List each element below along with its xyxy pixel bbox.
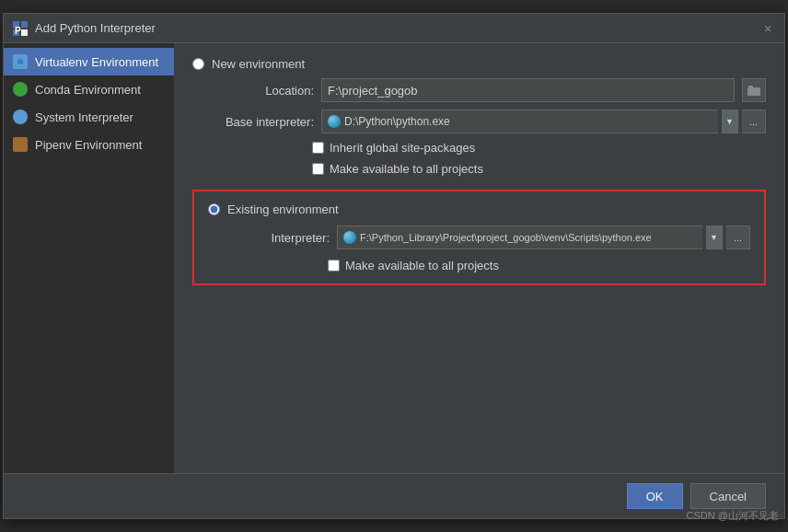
cancel-button[interactable]: Cancel [690, 483, 766, 509]
close-button[interactable]: × [760, 21, 775, 36]
interpreter-dropdown-arrow[interactable]: ▼ [706, 226, 723, 249]
title-bar: P Add Python Interpreter × [4, 14, 784, 43]
sidebar: Virtualenv Environment Conda Environment… [4, 43, 174, 473]
inherit-label: Inherit global site-packages [330, 141, 475, 155]
inherit-checkbox-row: Inherit global site-packages [312, 141, 766, 155]
dialog-title: Add Python Interpreter [35, 21, 760, 35]
existing-env-make-available-label: Make available to all projects [345, 259, 499, 272]
existing-env-make-available-row: Make available to all projects [328, 259, 750, 272]
interpreter-dropdown-row: F:\Python_Library\Project\project_gogob\… [337, 226, 750, 249]
existing-env-label: Existing environment [227, 202, 339, 216]
dialog-footer: OK Cancel [4, 473, 784, 518]
svg-rect-7 [747, 87, 760, 96]
new-env-make-available-label: Make available to all projects [330, 162, 483, 176]
interpreter-browse-button[interactable]: ... [726, 226, 750, 249]
base-interpreter-group: Base interpreter: D:\Python\python.exe ▼… [213, 110, 766, 133]
existing-env-radio[interactable] [208, 203, 220, 215]
location-input[interactable] [321, 78, 735, 102]
svg-rect-1 [21, 21, 28, 28]
existing-env-box: Existing environment Interpreter: F:\Pyt… [192, 190, 766, 285]
new-env-make-available-checkbox[interactable] [312, 163, 324, 175]
existing-env-make-available-checkbox[interactable] [328, 260, 340, 272]
svg-rect-8 [748, 86, 753, 88]
new-env-section: New environment Location: Base interpret… [192, 57, 766, 176]
sidebar-label-pipenv: Pipenv Environment [35, 138, 142, 152]
existing-env-radio-row: Existing environment [208, 202, 750, 216]
sidebar-item-pipenv[interactable]: Pipenv Environment [4, 131, 174, 158]
main-content: New environment Location: Base interpret… [174, 43, 784, 473]
sidebar-item-system[interactable]: System Interpreter [4, 103, 174, 131]
sidebar-item-virtualenv[interactable]: Virtualenv Environment [4, 48, 174, 75]
conda-icon [13, 82, 28, 97]
dialog-body: Virtualenv Environment Conda Environment… [4, 43, 784, 473]
new-env-radio-row: New environment [192, 57, 766, 71]
inherit-checkbox[interactable] [312, 142, 324, 154]
svg-rect-3 [21, 29, 28, 36]
virtualenv-icon [13, 54, 28, 69]
interpreter-group: Interpreter: F:\Python_Library\Project\p… [228, 226, 750, 249]
sidebar-label-system: System Interpreter [35, 110, 133, 124]
pipenv-icon [13, 137, 28, 152]
existing-python-icon [343, 231, 356, 244]
base-interpreter-dropdown-row: D:\Python\python.exe ▼ ... [321, 110, 766, 133]
add-python-interpreter-dialog: P Add Python Interpreter × Virtualenv En… [3, 13, 785, 519]
base-interpreter-label: Base interpreter: [213, 115, 314, 129]
base-interpreter-browse-button[interactable]: ... [742, 110, 766, 133]
system-icon [13, 110, 28, 124]
base-interpreter-dropdown-arrow[interactable]: ▼ [722, 110, 738, 133]
sidebar-item-conda[interactable]: Conda Environment [4, 75, 174, 103]
new-env-make-available-row: Make available to all projects [312, 162, 766, 176]
ok-button[interactable]: OK [627, 483, 683, 509]
new-env-radio[interactable] [192, 58, 204, 70]
python-icon [328, 115, 341, 128]
location-group: Location: [213, 78, 766, 102]
new-env-label: New environment [212, 57, 305, 71]
interpreter-value: F:\Python_Library\Project\project_gogob\… [337, 226, 702, 249]
svg-text:P: P [15, 26, 21, 36]
location-label: Location: [213, 84, 314, 98]
svg-point-6 [17, 59, 23, 64]
sidebar-label-conda: Conda Environment [35, 83, 141, 97]
base-interpreter-value: D:\Python\python.exe [321, 110, 718, 133]
app-icon: P [13, 21, 28, 36]
watermark: CSDN @山河不见老 [687, 509, 779, 523]
interpreter-label: Interpreter: [228, 231, 330, 245]
sidebar-label-virtualenv: Virtualenv Environment [35, 55, 158, 69]
location-browse-button[interactable] [742, 78, 766, 102]
